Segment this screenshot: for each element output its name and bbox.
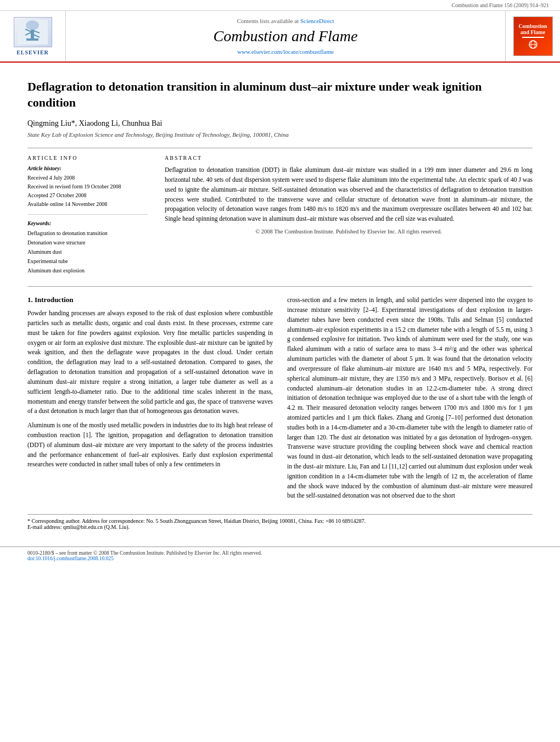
abstract-label: ABSTRACT [165, 155, 533, 161]
abstract-text: Deflagration to detonation transition (D… [165, 165, 533, 224]
header-section: ELSEVIER Contents lists available at Sci… [0, 11, 560, 63]
elsevier-logo-area: ELSEVIER [0, 11, 66, 62]
intro-para-1: Powder handing processes are always expo… [27, 309, 273, 416]
body-section: 1. Introduction Powder handing processes… [27, 295, 533, 505]
elsevier-logo: ELSEVIER [14, 17, 52, 55]
footnote-section: * Corresponding author. Address for corr… [27, 514, 533, 530]
article-title: Deflagration to detonation transition in… [27, 79, 533, 110]
header-center: Contents lists available at ScienceDirec… [66, 11, 505, 62]
authors: Qingming Liu*, Xiaodong Li, Chunhua Bai [27, 119, 533, 128]
intro-heading: 1. Introduction [27, 295, 273, 304]
journal-logo-line1: Combustion [518, 23, 547, 29]
right-para-1: cross-section and a few meters in length… [287, 295, 533, 501]
bottom-doi-text: 0010-2180/$ – see front matter © 2008 Th… [27, 550, 262, 561]
section-divider [27, 286, 533, 287]
accepted-date: Accepted 27 October 2008 [27, 191, 148, 200]
available-date: Available online 14 November 2008 [27, 200, 148, 209]
keyword-2: Detonation wave structure [27, 238, 148, 247]
article-info-col: ARTICLE INFO Article history: Received 4… [27, 155, 148, 275]
bottom-doi-link[interactable]: doi:10.1016/j.combustflame.2008.10.025 [27, 556, 114, 561]
science-direct-link[interactable]: ScienceDirect [300, 18, 334, 24]
journal-logo-icon [525, 40, 541, 49]
article-history-section: Article history: Received 4 July 2008 Re… [27, 165, 148, 215]
journal-title: Combustion and Flame [214, 27, 358, 45]
body-right-col: cross-section and a few meters in length… [287, 295, 533, 505]
journal-logo-area: Combustion and Flame [505, 11, 560, 62]
keywords-section: Keywords: Deflagration to detonation tra… [27, 220, 148, 275]
keyword-1: Deflagration to detonation transition [27, 228, 148, 238]
affiliation: State Key Lab of Explosion Science and T… [27, 131, 533, 138]
elsevier-tree-icon [18, 20, 48, 44]
main-content: Deflagration to detonation transition in… [0, 63, 560, 541]
svg-rect-3 [26, 38, 38, 41]
revised-date: Received in revised form 19 October 2008 [27, 182, 148, 191]
elsevier-text: ELSEVIER [16, 49, 49, 55]
keyword-3: Aluminum dust [27, 247, 148, 256]
science-direct-line: Contents lists available at ScienceDirec… [237, 18, 334, 24]
journal-logo: Combustion and Flame [513, 16, 553, 56]
contents-text: Contents lists available at [237, 18, 299, 24]
abstract-col: ABSTRACT Deflagration to detonation tran… [165, 155, 533, 275]
body-left-col: 1. Introduction Powder handing processes… [27, 295, 273, 505]
elsevier-logo-image [14, 17, 52, 47]
received-date: Received 4 July 2008 [27, 174, 148, 182]
top-bar: Combustion and Flame 156 (2009) 914–921 [0, 0, 560, 11]
journal-url[interactable]: www.elsevier.com/locate/combustflame [237, 48, 334, 55]
journal-logo-line2: and Flame [520, 29, 545, 35]
article-history-title: Article history: [27, 165, 148, 171]
bottom-copyright: 0010-2180/$ – see front matter © 2008 Th… [27, 550, 262, 556]
article-info-abstract-section: ARTICLE INFO Article history: Received 4… [27, 148, 533, 275]
svg-point-1 [26, 20, 39, 30]
keywords-title: Keywords: [27, 220, 148, 226]
journal-reference: Combustion and Flame 156 (2009) 914–921 [452, 2, 550, 8]
footnote-star: * Corresponding author. Address for corr… [27, 518, 533, 524]
keyword-5: Aluminum dust explosion [27, 266, 148, 275]
keyword-4: Experimental tube [27, 256, 148, 266]
article-info-label: ARTICLE INFO [27, 155, 148, 161]
bottom-bar: 0010-2180/$ – see front matter © 2008 Th… [0, 546, 560, 565]
footnote-email: E-mail address: qmliu@bit.edu.cn (Q.M. L… [27, 524, 533, 530]
copyright-text: © 2008 The Combustion Institute. Publish… [165, 228, 533, 235]
intro-para-2: Aluminum is one of the mostly used metal… [27, 421, 273, 470]
